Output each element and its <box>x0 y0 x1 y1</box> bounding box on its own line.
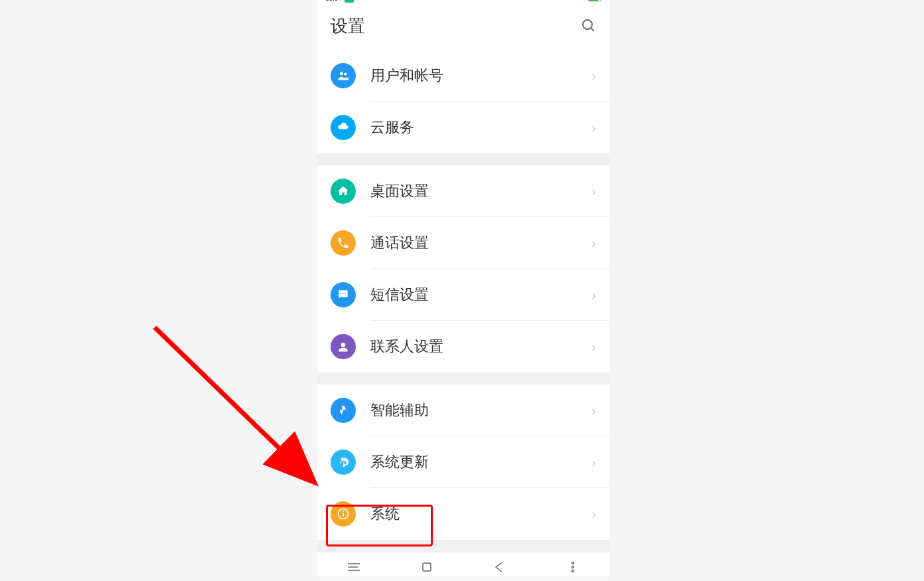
svg-rect-10 <box>343 511 344 512</box>
svg-line-19 <box>155 327 312 480</box>
message-icon <box>331 282 356 307</box>
refresh-icon <box>331 450 356 475</box>
row-desktop-settings[interactable]: 桌面设置 › <box>317 165 609 217</box>
row-label: 智能辅助 <box>370 400 591 420</box>
svg-line-1 <box>591 28 595 31</box>
chevron-right-icon: › <box>591 455 596 470</box>
row-call-settings[interactable]: 通话设置 › <box>317 217 609 269</box>
chevron-right-icon: › <box>591 184 596 199</box>
home-icon <box>331 179 356 204</box>
settings-section-system: 智能辅助 › 系统更新 › 系统 › <box>317 384 609 540</box>
row-system-update[interactable]: 系统更新 › <box>317 436 609 488</box>
search-icon[interactable] <box>580 17 596 36</box>
contact-icon <box>331 334 356 359</box>
row-label: 系统更新 <box>370 452 591 472</box>
row-cloud-service[interactable]: 云服务 › <box>317 102 609 153</box>
nav-back-button[interactable] <box>491 560 509 574</box>
chevron-right-icon: › <box>591 288 596 303</box>
svg-rect-14 <box>423 563 431 571</box>
app-header: 设置 <box>317 3 609 50</box>
chevron-right-icon: › <box>591 339 596 355</box>
status-right: 3G 4G 79% <box>554 0 601 1</box>
row-sms-settings[interactable]: 短信设置 › <box>317 269 609 321</box>
status-time: 10:04 <box>325 0 342 2</box>
svg-point-17 <box>572 570 574 572</box>
nav-more-button[interactable] <box>564 560 582 574</box>
chevron-right-icon: › <box>591 68 596 84</box>
svg-point-15 <box>572 562 574 564</box>
annotation-arrow <box>151 324 324 493</box>
page-title: 设置 <box>331 15 365 38</box>
row-label: 系统 <box>370 504 591 524</box>
navigation-bar <box>317 552 609 576</box>
chevron-right-icon: › <box>591 236 596 251</box>
svg-point-7 <box>341 343 346 347</box>
phone-screenshot: 10:04 3G 4G 79% 设置 用户和帐号 › <box>317 0 609 576</box>
svg-point-0 <box>583 20 592 29</box>
svg-rect-9 <box>343 513 344 517</box>
row-label: 桌面设置 <box>370 181 591 201</box>
svg-point-4 <box>341 293 342 295</box>
chevron-right-icon: › <box>591 507 596 522</box>
info-icon <box>331 501 356 527</box>
svg-point-6 <box>345 293 346 295</box>
row-label: 短信设置 <box>370 285 591 305</box>
chevron-right-icon: › <box>591 403 596 418</box>
cloud-icon <box>331 115 356 140</box>
phone-icon <box>331 230 356 256</box>
svg-point-16 <box>572 566 574 568</box>
row-users-accounts[interactable]: 用户和帐号 › <box>317 50 609 102</box>
row-label: 通话设置 <box>370 233 591 253</box>
nav-menu-button[interactable] <box>345 560 363 574</box>
chevron-right-icon: › <box>591 120 596 135</box>
status-network: 3G 4G 79% <box>554 0 585 1</box>
row-system[interactable]: 系统 › <box>317 488 609 540</box>
row-label: 云服务 <box>370 118 591 137</box>
settings-section-accounts: 用户和帐号 › 云服务 › <box>317 50 609 153</box>
battery-icon <box>588 0 601 1</box>
row-label: 联系人设置 <box>370 337 591 357</box>
row-label: 用户和帐号 <box>370 66 591 86</box>
status-app-icon <box>345 0 354 3</box>
settings-section-device: 桌面设置 › 通话设置 › 短信设置 › 联系人设置 › <box>317 165 609 373</box>
nav-home-button[interactable] <box>418 560 436 574</box>
row-smart-assist[interactable]: 智能辅助 › <box>317 384 609 436</box>
svg-point-3 <box>344 72 346 75</box>
row-contacts-settings[interactable]: 联系人设置 › <box>317 321 609 373</box>
svg-point-2 <box>340 72 343 75</box>
assist-icon <box>331 398 356 423</box>
svg-point-5 <box>343 293 344 295</box>
users-icon <box>331 63 356 88</box>
